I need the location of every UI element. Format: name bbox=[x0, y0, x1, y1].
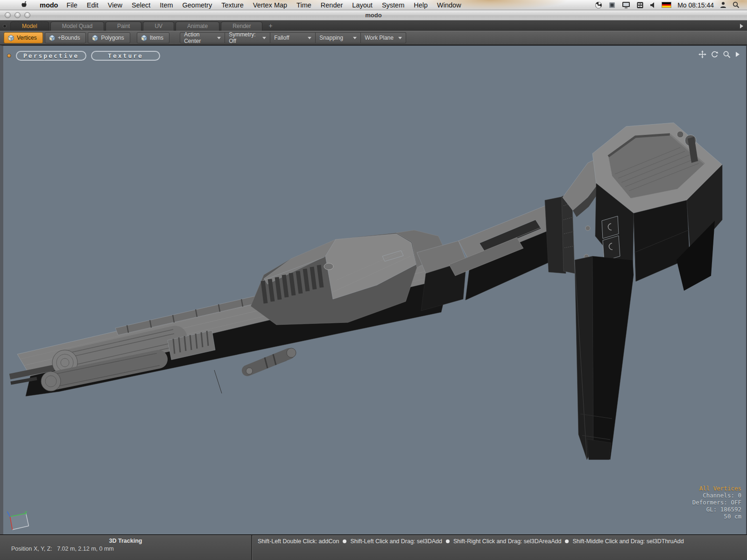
menu-item-file[interactable]: File bbox=[62, 1, 82, 9]
hint-separator-dot bbox=[565, 539, 569, 543]
chevron-down-icon bbox=[353, 37, 357, 39]
volume-icon[interactable] bbox=[650, 2, 655, 8]
menu-item-help[interactable]: Help bbox=[409, 1, 432, 9]
gl-polycount-readout: GL: 186592 bbox=[692, 506, 741, 513]
work-plane-dropdown[interactable]: Work Plane bbox=[361, 32, 406, 43]
mouse-hint: Shift-Middle Click and Drag: sel3DThruAd… bbox=[572, 538, 684, 545]
menu-item-edit[interactable]: Edit bbox=[82, 1, 103, 9]
pan-icon[interactable] bbox=[698, 50, 706, 60]
cpu-icon[interactable] bbox=[608, 1, 616, 9]
menu-item-time[interactable]: Time bbox=[292, 1, 316, 9]
position-readout: Position X, Y, Z: 7.02 m, 2.12 m, 0 mm bbox=[0, 546, 251, 552]
window-title: modo bbox=[0, 12, 747, 19]
action-center-dropdown[interactable]: Action Center bbox=[180, 32, 225, 43]
menu-item-vertex-map[interactable]: Vertex Map bbox=[248, 1, 292, 9]
menu-item-texture[interactable]: Texture bbox=[217, 1, 248, 9]
menubar-menus: FileEditViewSelectItemGeometryTextureVer… bbox=[62, 1, 465, 9]
toolbar: Vertices+BoundsPolygonsItems Action Cent… bbox=[0, 31, 747, 45]
tab-overflow-arrow-icon[interactable] bbox=[740, 24, 743, 28]
menu-item-geometry[interactable]: Geometry bbox=[178, 1, 217, 9]
cube-icon bbox=[92, 35, 99, 42]
mouse-hint: Shift-Left Click and Drag: sel3DAdd bbox=[350, 538, 442, 545]
statusbar-hints: Shift-Left Double Click: addConShift-Lef… bbox=[252, 535, 747, 560]
chevron-down-icon bbox=[308, 37, 311, 39]
channels-readout: Channels: 0 bbox=[692, 492, 741, 499]
selection-mode-buttons: Vertices+BoundsPolygonsItems bbox=[4, 32, 169, 43]
deformers-readout: Deformers: OFF bbox=[692, 499, 741, 506]
layout-tabs: ModelModel QuadPaintUVAnimateRender bbox=[10, 21, 264, 31]
tab-animate[interactable]: Animate bbox=[176, 21, 219, 31]
viewport-info: All Vertices Channels: 0 Deformers: OFF … bbox=[692, 485, 741, 520]
window-titlebar: modo bbox=[0, 10, 747, 21]
chevron-down-icon bbox=[398, 37, 402, 39]
menubar: modo FileEditViewSelectItemGeometryTextu… bbox=[0, 0, 747, 10]
viewport-nav-icons bbox=[698, 50, 740, 60]
menu-item-item[interactable]: Item bbox=[155, 1, 177, 9]
rotate-icon[interactable] bbox=[711, 50, 719, 60]
cube-icon bbox=[7, 35, 14, 42]
statusbar: 3D Tracking Position X, Y, Z: 7.02 m, 2.… bbox=[0, 534, 747, 560]
tab-model[interactable]: Model bbox=[10, 21, 49, 31]
toolbar-dropdowns: Action CenterSymmetry: OffFalloffSnappin… bbox=[180, 32, 406, 43]
hint-separator-dot bbox=[446, 539, 450, 543]
z-axis-line bbox=[7, 511, 10, 517]
viewport-thumb-dot[interactable] bbox=[7, 54, 11, 58]
bounds-mode-button[interactable]: +Bounds bbox=[45, 32, 86, 43]
tab-paint[interactable]: Paint bbox=[106, 21, 141, 31]
support-column bbox=[575, 256, 634, 460]
menu-item-view[interactable]: View bbox=[103, 1, 127, 9]
menu-item-render[interactable]: Render bbox=[316, 1, 348, 9]
tool-mode-label: 3D Tracking bbox=[0, 535, 251, 544]
expand-icon[interactable] bbox=[735, 51, 740, 60]
user-icon[interactable] bbox=[720, 1, 726, 8]
chevron-down-icon bbox=[262, 37, 266, 39]
flag-germany-icon[interactable] bbox=[662, 2, 671, 8]
tab-render[interactable]: Render bbox=[221, 21, 262, 31]
menubar-clock[interactable]: Mo 08:15:44 bbox=[677, 1, 714, 9]
mouse-hint: Shift-Left Double Click: addCon bbox=[258, 538, 339, 545]
viewport-3d[interactable]: Perspective Texture bbox=[0, 45, 747, 534]
zoom-icon[interactable] bbox=[723, 50, 731, 60]
cube-icon bbox=[49, 35, 56, 42]
top-rail bbox=[417, 202, 566, 311]
app-menu-modo[interactable]: modo bbox=[36, 1, 62, 9]
statusbar-tool-pane: 3D Tracking Position X, Y, Z: 7.02 m, 2.… bbox=[0, 535, 252, 560]
search-icon[interactable] bbox=[733, 1, 740, 8]
polygons-mode-button[interactable]: Polygons bbox=[88, 32, 130, 43]
view-type-button[interactable]: Perspective bbox=[16, 51, 86, 61]
menu-item-layout[interactable]: Layout bbox=[347, 1, 377, 9]
menubar-status-area: Mo 08:15:44 bbox=[595, 1, 747, 9]
grid-size-readout: 50 cm bbox=[692, 513, 741, 520]
shading-mode-button[interactable]: Texture bbox=[91, 51, 160, 61]
y-axis-label: Y bbox=[25, 511, 28, 516]
workplane-axis-widget: Y bbox=[4, 510, 32, 533]
model-3d-canvas[interactable] bbox=[3, 46, 746, 534]
add-tab-button[interactable]: + bbox=[264, 21, 277, 31]
snapping-dropdown[interactable]: Snapping bbox=[316, 32, 361, 43]
layout-tabbar: ModelModel QuadPaintUVAnimateRender + bbox=[0, 21, 747, 31]
fan-icon[interactable] bbox=[595, 1, 602, 9]
tab-strip-handle[interactable] bbox=[3, 24, 7, 28]
hint-separator-dot bbox=[343, 539, 346, 543]
vertices-mode-button[interactable]: Vertices bbox=[4, 32, 43, 43]
screen: modo FileEditViewSelectItemGeometryTextu… bbox=[0, 0, 747, 560]
chevron-down-icon bbox=[217, 37, 221, 39]
mouse-hint: Shift-Right Click and Drag: sel3DAreaAdd bbox=[453, 538, 561, 545]
display-icon[interactable] bbox=[622, 1, 630, 8]
cube-icon bbox=[141, 35, 148, 42]
underside-details bbox=[246, 348, 296, 374]
items-mode-button[interactable]: Items bbox=[137, 32, 169, 43]
apple-menu-icon[interactable] bbox=[21, 1, 28, 9]
menu-item-select[interactable]: Select bbox=[127, 1, 155, 9]
menu-item-system[interactable]: System bbox=[377, 1, 409, 9]
viewport-header: Perspective Texture bbox=[7, 51, 160, 61]
falloff-dropdown[interactable]: Falloff bbox=[270, 32, 316, 43]
symmetry-off-dropdown[interactable]: Symmetry: Off bbox=[225, 32, 270, 43]
tab-uv[interactable]: UV bbox=[143, 21, 174, 31]
selection-mode-readout: All Vertices bbox=[692, 485, 741, 492]
keyboard-icon[interactable] bbox=[636, 1, 644, 9]
tab-model-quad[interactable]: Model Quad bbox=[50, 21, 104, 31]
menu-item-window[interactable]: Window bbox=[432, 1, 466, 9]
